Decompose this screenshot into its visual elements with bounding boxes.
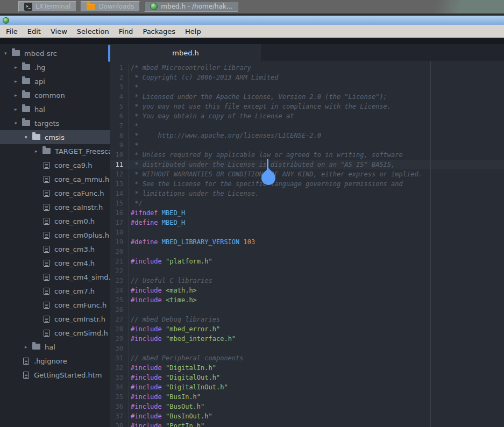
chevron-right-icon[interactable]: ▸ xyxy=(15,106,22,112)
menu-packages[interactable]: Packages xyxy=(138,26,180,37)
code-line-18[interactable]: 18 xyxy=(110,227,504,237)
tree-item-core-cminstr-h[interactable]: core_cmInstr.h xyxy=(0,312,110,326)
code-line-32[interactable]: 32#include "DigitalIn.h" xyxy=(110,363,504,373)
atom-icon xyxy=(150,3,158,10)
line-number: 28 xyxy=(110,324,129,334)
chevron-right-icon[interactable]: ▸ xyxy=(15,79,22,84)
code-line-33[interactable]: 33#include "DigitalOut.h" xyxy=(110,373,504,382)
tree-item-core-cmsimd-h[interactable]: core_cmSimd.h xyxy=(0,326,110,340)
code-line-13[interactable]: 13 * See the License for the specific la… xyxy=(110,179,504,189)
tree-item-core-cm3-h[interactable]: core_cm3.h xyxy=(0,242,110,256)
code-text: #include "BusInOut.h" xyxy=(129,411,212,421)
line-number: 10 xyxy=(110,150,129,160)
tree-item-core-ca-mmu-h[interactable]: core_ca_mmu.h xyxy=(0,172,110,186)
code-text: // mbed Peripheral components xyxy=(129,353,244,363)
code-line-34[interactable]: 34#include "DigitalInOut.h" xyxy=(110,382,504,392)
code-line-10[interactable]: 10 * Unless required by applicable law o… xyxy=(110,150,504,160)
code-line-37[interactable]: 37#include "BusInOut.h" xyxy=(110,411,504,421)
chevron-right-icon[interactable]: ▸ xyxy=(35,148,42,154)
code-line-38[interactable]: 38#include "PortIn.h" xyxy=(110,421,504,427)
menu-selection[interactable]: Selection xyxy=(72,26,114,37)
code-line-30[interactable]: 30 xyxy=(110,344,504,353)
code-line-17[interactable]: 17#define MBED_H xyxy=(110,218,504,227)
chevron-right-icon[interactable]: ▸ xyxy=(15,65,22,70)
chevron-right-icon[interactable]: ▸ xyxy=(25,344,32,350)
code-line-24[interactable]: 24#include <math.h> xyxy=(110,286,504,295)
tree-item-target-freescale[interactable]: ▸TARGET_Freescale xyxy=(0,144,110,158)
code-line-27[interactable]: 27// mbed Debug libraries xyxy=(110,315,504,324)
tree-item-label: core_cmSimd.h xyxy=(54,329,108,337)
tree-item-core-cainstr-h[interactable]: core_caInstr.h xyxy=(0,200,110,214)
tree-item--hgignore[interactable]: .hgignore xyxy=(0,354,110,368)
menu-file[interactable]: File xyxy=(1,26,23,37)
code-line-29[interactable]: 29#include "mbed_interface.h" xyxy=(110,334,504,344)
tree-item-mbed-src[interactable]: ▾mbed-src xyxy=(0,46,110,60)
code-line-8[interactable]: 8 * http://www.apache.org/licenses/LICEN… xyxy=(110,131,504,140)
tree-item--hg[interactable]: ▸.hg xyxy=(0,60,110,74)
tree-item-label: core_cm3.h xyxy=(54,245,95,253)
tree-item-gettingstarted-htm[interactable]: GettingStarted.htm xyxy=(0,368,110,382)
code-line-9[interactable]: 9 * xyxy=(110,140,504,150)
menu-edit[interactable]: Edit xyxy=(23,26,46,37)
code-line-11[interactable]: 11 * distributed under the License is di… xyxy=(110,160,504,169)
code-line-7[interactable]: 7 * xyxy=(110,121,504,131)
tree-item-core-cafunc-h[interactable]: core_caFunc.h xyxy=(0,186,110,200)
code-line-35[interactable]: 35#include "BusIn.h" xyxy=(110,392,504,402)
chevron-down-icon[interactable]: ▾ xyxy=(25,134,32,140)
tree-item-cmsis[interactable]: ▾cmsis xyxy=(0,130,110,144)
code-line-4[interactable]: 4 * Licensed under the Apache License, V… xyxy=(110,92,504,102)
folder-icon xyxy=(22,120,30,126)
taskbar-button-lxterminal[interactable]: >_LXTerminal xyxy=(18,1,76,12)
code-text: * xyxy=(129,140,138,150)
chevron-right-icon[interactable]: ▸ xyxy=(15,92,22,98)
window-titlebar[interactable] xyxy=(0,16,504,25)
code-area[interactable]: 1/* mbed Microcontroller Library2 * Copy… xyxy=(110,61,504,427)
code-line-23[interactable]: 23// Useful C libraries xyxy=(110,276,504,286)
line-number: 35 xyxy=(110,392,129,402)
taskbar-button-downloads[interactable]: Downloads xyxy=(81,1,140,12)
menu-help[interactable]: Help xyxy=(180,26,206,37)
tree-item-core-cm0-h[interactable]: core_cm0.h xyxy=(0,214,110,228)
code-line-16[interactable]: 16#ifndef MBED_H xyxy=(110,208,504,218)
line-number: 5 xyxy=(110,102,129,111)
code-line-3[interactable]: 3 * xyxy=(110,82,504,92)
code-line-14[interactable]: 14 * limitations under the License. xyxy=(110,189,504,198)
line-number: 11 xyxy=(110,160,129,169)
menu-find[interactable]: Find xyxy=(114,26,138,37)
code-line-15[interactable]: 15 */ xyxy=(110,198,504,208)
tree-item-common[interactable]: ▸common xyxy=(0,88,110,102)
menu-view[interactable]: View xyxy=(46,26,72,37)
tree-item-core-ca9-h[interactable]: core_ca9.h xyxy=(0,158,110,172)
tree-item-core-cm0plus-h[interactable]: core_cm0plus.h xyxy=(0,228,110,242)
tree-item-label: targets xyxy=(34,119,59,127)
tree-item-label: GettingStarted.htm xyxy=(34,371,102,379)
code-line-22[interactable]: 22 xyxy=(110,266,504,276)
code-line-20[interactable]: 20 xyxy=(110,247,504,257)
code-line-28[interactable]: 28#include "mbed_error.h" xyxy=(110,324,504,334)
code-line-25[interactable]: 25#include <time.h> xyxy=(110,295,504,305)
tree-item-targets[interactable]: ▾targets xyxy=(0,116,110,130)
tree-item-hal[interactable]: ▸hal xyxy=(0,102,110,116)
tree-item-core-cm7-h[interactable]: core_cm7.h xyxy=(0,284,110,298)
tree-item-core-cm4-simd-h[interactable]: core_cm4_simd.h xyxy=(0,270,110,284)
code-line-31[interactable]: 31// mbed Peripheral components xyxy=(110,353,504,363)
code-line-12[interactable]: 12 * WITHOUT WARRANTIES OR CONDITIONS OF… xyxy=(110,169,504,179)
code-line-21[interactable]: 21#include "platform.h" xyxy=(110,257,504,266)
code-line-36[interactable]: 36#include "BusOut.h" xyxy=(110,402,504,411)
tab-mbed-h[interactable]: mbed.h xyxy=(110,44,261,61)
taskbar-button-atom-mbed[interactable]: mbed.h - /home/hak... xyxy=(144,1,238,12)
code-line-6[interactable]: 6 * You may obtain a copy of the License… xyxy=(110,111,504,121)
code-line-19[interactable]: 19#define MBED_LIBRARY_VERSION 103 xyxy=(110,237,504,247)
line-number: 22 xyxy=(110,266,129,276)
chevron-down-icon[interactable]: ▾ xyxy=(15,120,22,126)
chevron-down-icon[interactable]: ▾ xyxy=(4,51,12,56)
code-line-1[interactable]: 1/* mbed Microcontroller Library xyxy=(110,63,504,73)
tree-item-api[interactable]: ▸api xyxy=(0,74,110,88)
tree-item-core-cmfunc-h[interactable]: core_cmFunc.h xyxy=(0,298,110,312)
code-line-2[interactable]: 2 * Copyright (c) 2006-2013 ARM Limited xyxy=(110,73,504,82)
code-text: * Copyright (c) 2006-2013 ARM Limited xyxy=(129,73,279,82)
tree-item-core-cm4-h[interactable]: core_cm4.h xyxy=(0,256,110,270)
tree-item-hal[interactable]: ▸hal xyxy=(0,340,110,354)
code-line-26[interactable]: 26 xyxy=(110,305,504,315)
code-line-5[interactable]: 5 * you may not use this file except in … xyxy=(110,102,504,111)
